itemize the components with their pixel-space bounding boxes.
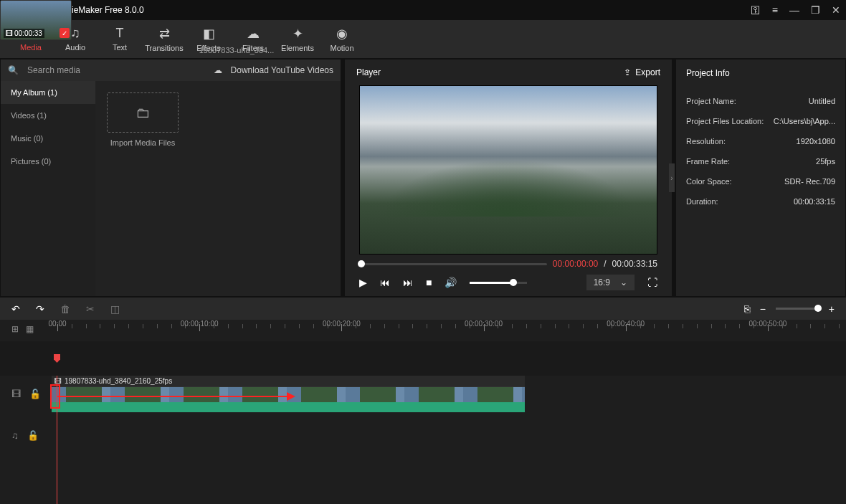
volume-slider[interactable] bbox=[470, 282, 527, 284]
info-value: C:\Users\bj\App... bbox=[774, 117, 835, 125]
zoom-out-icon[interactable]: − bbox=[760, 303, 766, 315]
audio-track-icon: ♫ bbox=[11, 430, 19, 441]
album-item[interactable]: Music (0) bbox=[1, 127, 95, 150]
media-panel: 🔍 Search media ☁ Download YouTube Videos… bbox=[0, 59, 341, 297]
video-track-icon: 🎞 bbox=[11, 389, 21, 399]
search-icon: 🔍 bbox=[8, 65, 19, 75]
close-icon[interactable]: ✕ bbox=[832, 4, 840, 16]
timeline-ruler-row: ⊞ ▦ 00:0000:00:10:0000:00:20:0000:00:30:… bbox=[0, 320, 846, 341]
player-title: Player bbox=[356, 67, 381, 77]
play-icon[interactable]: ▶ bbox=[359, 277, 367, 288]
time-current: 00:00:00:00 bbox=[553, 259, 598, 269]
add-track-icon[interactable]: ⊞ bbox=[11, 324, 19, 334]
info-row: Color Space:SDR- Rec.709 bbox=[686, 171, 835, 191]
album-list: My Album (1)Videos (1)Music (0)Pictures … bbox=[1, 81, 95, 296]
redo-icon[interactable]: ↷ bbox=[36, 303, 44, 315]
player-panel: Player ⇪ Export 00:00:00:00 / 00:00:33:1… bbox=[344, 59, 672, 297]
info-row: Resolution:1920x1080 bbox=[686, 131, 835, 151]
timeline-toolbar: ↶ ↷ 🗑 ✂ ◫ ⎘ − + bbox=[0, 297, 846, 320]
ratio-value: 16:9 bbox=[594, 277, 610, 287]
info-key: Project Files Location: bbox=[686, 117, 764, 125]
download-icon: ☁ bbox=[214, 65, 222, 75]
export-icon: ⇪ bbox=[624, 67, 631, 77]
audio-track[interactable]: ♫ 🔓 bbox=[11, 417, 846, 453]
undo-icon[interactable]: ↶ bbox=[11, 303, 20, 315]
zoom-in-icon[interactable]: + bbox=[829, 303, 835, 315]
collapse-handle[interactable]: › bbox=[669, 163, 675, 192]
album-item[interactable]: My Album (1) bbox=[1, 81, 95, 104]
split-icon[interactable]: ✂ bbox=[86, 303, 95, 315]
video-track[interactable]: 🎞 🔓 🎞19807833-uhd_3840_2160_25fps bbox=[11, 376, 846, 412]
info-key: Frame Rate: bbox=[686, 157, 730, 166]
key-icon[interactable]: ⚿ bbox=[751, 4, 761, 16]
album-item[interactable]: Videos (1) bbox=[1, 104, 95, 127]
timeline-clip-name: 19807833-uhd_3840_2160_25fps bbox=[65, 377, 172, 385]
project-info-panel: › Project Info Project Name:UntitledProj… bbox=[675, 59, 846, 297]
export-button[interactable]: ⇪ Export bbox=[624, 67, 660, 77]
info-value: 00:00:33:15 bbox=[794, 197, 835, 206]
minimize-icon[interactable]: — bbox=[789, 4, 799, 16]
time-total: 00:00:33:15 bbox=[612, 259, 657, 269]
clip-duration: 00:00:33 bbox=[14, 29, 42, 37]
folder-icon: 🗀 bbox=[136, 105, 150, 121]
progress-bar[interactable] bbox=[359, 263, 547, 265]
info-title: Project Info bbox=[676, 60, 845, 87]
info-key: Duration: bbox=[686, 197, 718, 206]
export-label: Export bbox=[635, 67, 660, 77]
album-item[interactable]: Pictures (0) bbox=[1, 150, 95, 173]
fit-icon[interactable]: ⎘ bbox=[744, 303, 750, 315]
zoom-slider[interactable] bbox=[776, 308, 819, 310]
lock-icon[interactable]: 🔓 bbox=[27, 430, 39, 441]
search-input[interactable]: Search media bbox=[27, 65, 205, 75]
track-settings-icon[interactable]: ▦ bbox=[26, 324, 34, 334]
crop-icon[interactable]: ◫ bbox=[110, 303, 120, 315]
info-key: Color Space: bbox=[686, 177, 732, 186]
stop-icon[interactable]: ■ bbox=[426, 277, 432, 288]
lock-icon[interactable]: 🔓 bbox=[29, 389, 41, 399]
clip-name: 19807833-uhd_384... bbox=[0, 46, 473, 54]
import-media-button[interactable]: 🗀 Import Media Files bbox=[107, 92, 179, 147]
aspect-ratio-select[interactable]: 16:9 ⌄ bbox=[586, 275, 634, 290]
info-row: Duration:00:00:33:15 bbox=[686, 191, 835, 211]
download-youtube-link[interactable]: Download YouTube Videos bbox=[231, 65, 333, 75]
info-key: Resolution: bbox=[686, 137, 726, 146]
video-preview[interactable] bbox=[359, 85, 657, 255]
timeline-ruler[interactable]: 00:0000:00:10:0000:00:20:0000:00:30:0000… bbox=[57, 320, 846, 341]
annotation-arrow bbox=[57, 396, 294, 397]
info-value: 25fps bbox=[816, 157, 835, 166]
delete-icon[interactable]: 🗑 bbox=[60, 303, 70, 315]
chevron-down-icon: ⌄ bbox=[620, 277, 627, 287]
volume-icon[interactable]: 🔊 bbox=[445, 277, 457, 288]
info-row: Project Name:Untitled bbox=[686, 91, 835, 111]
maximize-icon[interactable]: ❐ bbox=[811, 4, 820, 16]
prev-icon[interactable]: ⏮ bbox=[380, 277, 390, 288]
next-icon[interactable]: ⏭ bbox=[403, 277, 413, 288]
info-value: Untitled bbox=[809, 97, 835, 105]
film-icon: 🎞 bbox=[6, 29, 13, 37]
timeline-tracks: 🎞 🔓 🎞19807833-uhd_3840_2160_25fps ♫ 🔓 bbox=[0, 376, 846, 504]
info-row: Project Files Location:C:\Users\bj\App..… bbox=[686, 111, 835, 131]
info-value: SDR- Rec.709 bbox=[784, 177, 835, 186]
fullscreen-icon[interactable]: ⛶ bbox=[647, 277, 657, 288]
media-clip-item[interactable]: 🎞00:00:33 ✓ 19807833-uhd_384... bbox=[0, 0, 473, 34]
info-value: 1920x1080 bbox=[797, 137, 835, 146]
selected-check-icon: ✓ bbox=[60, 28, 70, 38]
info-row: Frame Rate:25fps bbox=[686, 151, 835, 171]
import-label: Import Media Files bbox=[107, 138, 179, 147]
menu-icon[interactable]: ≡ bbox=[772, 4, 778, 16]
info-key: Project Name: bbox=[686, 97, 736, 105]
